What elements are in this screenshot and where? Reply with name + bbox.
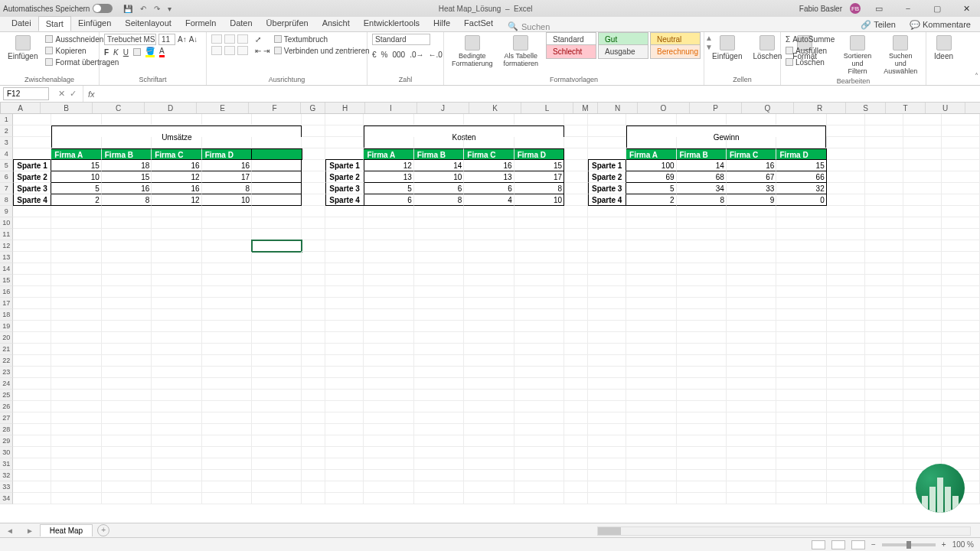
cell[interactable] [102,401,152,412]
data-cell[interactable]: 17 [202,171,252,183]
cell[interactable] [252,275,302,286]
cell[interactable] [302,137,325,148]
data-cell[interactable] [252,160,302,171]
cell[interactable] [51,298,101,309]
cell[interactable] [364,378,413,390]
cell[interactable] [776,229,826,240]
align-left-icon[interactable] [211,46,222,55]
cell[interactable] [776,275,826,286]
cell[interactable] [827,263,865,275]
cell[interactable] [865,171,903,183]
cell[interactable] [202,344,252,355]
cell[interactable] [13,240,51,252]
cell[interactable] [564,126,588,137]
column-header[interactable]: B [41,103,93,113]
cell[interactable] [414,458,464,470]
cell[interactable] [564,286,588,298]
cell[interactable] [414,217,464,229]
row-header[interactable]: 21 [0,344,13,355]
cell[interactable] [252,493,302,504]
cell[interactable] [325,126,364,137]
cell[interactable] [865,217,903,229]
decrease-font-icon[interactable]: A↓ [189,35,198,44]
data-cell[interactable]: 16 [152,160,201,171]
cell[interactable] [102,252,152,263]
cell[interactable] [13,344,51,355]
style-berechnung[interactable]: Berechnung [650,44,701,59]
column-header[interactable]: K [469,103,521,113]
data-cell[interactable]: 8 [677,194,727,206]
data-cell[interactable]: 32 [776,183,826,194]
cell[interactable] [564,252,588,263]
cell[interactable] [414,424,464,435]
cell[interactable] [827,194,865,206]
cell[interactable] [514,275,564,286]
row-header[interactable]: 32 [0,470,13,481]
cell[interactable] [51,378,101,390]
cell[interactable] [364,263,413,275]
cell[interactable] [588,435,626,447]
data-cell[interactable]: 8 [202,183,252,194]
col-header[interactable]: Firma D [776,148,826,160]
cell[interactable] [903,367,942,378]
cell[interactable] [325,252,364,263]
cell[interactable] [677,424,727,435]
cell[interactable] [727,321,776,332]
cell[interactable] [827,344,865,355]
cell[interactable] [102,344,152,355]
cell[interactable] [364,321,413,332]
cell[interactable] [677,263,727,275]
cell[interactable] [865,401,903,412]
cell[interactable] [414,378,464,390]
cell[interactable] [776,298,826,309]
cell[interactable] [776,367,826,378]
cell[interactable] [727,332,776,344]
row-label[interactable]: Sparte 1 [325,160,364,171]
cell[interactable] [626,252,676,263]
cell[interactable] [776,355,826,367]
cell[interactable] [514,240,564,252]
cell[interactable] [202,286,252,298]
cell[interactable] [514,390,564,401]
cell[interactable] [942,390,980,401]
cell[interactable] [727,263,776,275]
cell[interactable] [325,390,364,401]
cell[interactable] [727,424,776,435]
row-header[interactable]: 11 [0,229,13,240]
cell[interactable] [903,240,942,252]
cell[interactable] [626,298,676,309]
sort-filter-button[interactable]: Sortieren und Filtern [839,34,875,77]
cell[interactable] [152,367,201,378]
row-header[interactable]: 8 [0,194,13,206]
cell[interactable] [414,229,464,240]
format-as-table-button[interactable]: Als Tabelle formatieren [501,34,542,69]
cell[interactable] [826,126,864,137]
cell[interactable] [364,447,413,458]
data-cell[interactable]: 12 [364,160,414,171]
cell[interactable] [942,412,980,424]
cell[interactable] [865,263,903,275]
data-cell[interactable] [252,171,302,183]
cell[interactable] [865,332,903,344]
maximize-icon[interactable]: ▢ [926,4,948,14]
cell[interactable] [102,309,152,321]
name-box[interactable] [3,87,49,100]
paste-button[interactable]: Einfügen [5,34,41,62]
cell[interactable] [51,332,101,344]
cell[interactable] [302,355,325,367]
cell[interactable] [903,275,942,286]
cell[interactable] [152,217,201,229]
cell[interactable] [51,137,101,148]
cell[interactable] [102,355,152,367]
cell[interactable] [364,332,413,344]
row-header[interactable]: 12 [0,240,13,252]
cell[interactable] [325,286,364,298]
cell[interactable] [252,458,302,470]
cell[interactable] [677,332,727,344]
cell[interactable] [727,286,776,298]
cell[interactable] [677,206,727,217]
cell[interactable] [364,390,413,401]
cell[interactable] [865,447,903,458]
cell[interactable] [865,183,903,194]
cell[interactable] [364,217,413,229]
